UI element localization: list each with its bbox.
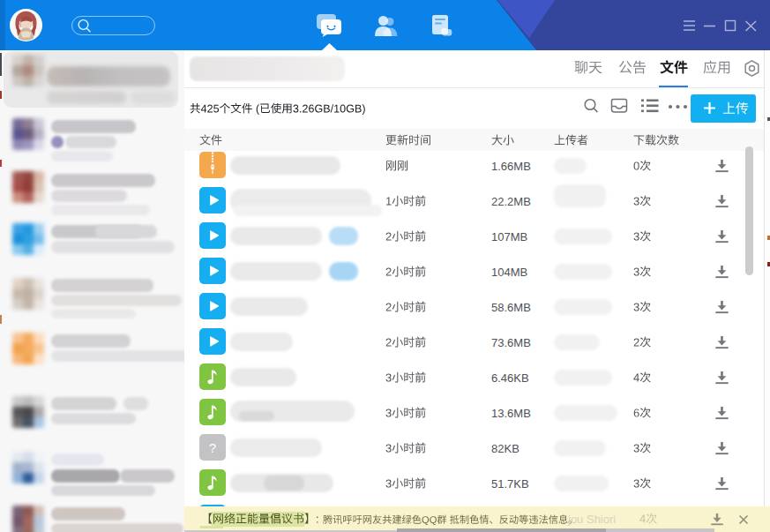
svg-text:?: ? — [209, 440, 216, 455]
